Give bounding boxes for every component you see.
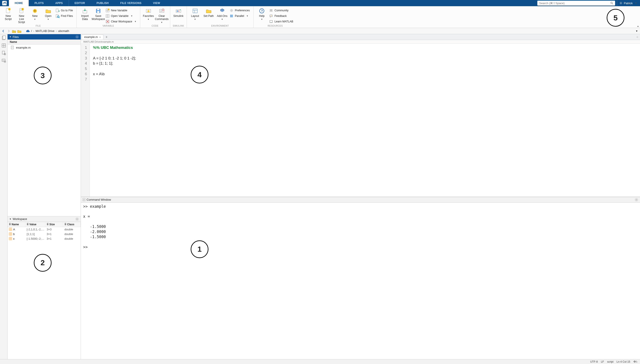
- new-button[interactable]: New▼: [29, 7, 41, 21]
- panel-title: Workspace: [13, 217, 27, 220]
- tab-apps[interactable]: APPS: [50, 0, 69, 6]
- status-filetype: script: [607, 360, 613, 363]
- workspace-row[interactable]: b[1;1;1]3×1double: [8, 232, 81, 236]
- files-panel: Name example.m 3: [8, 40, 81, 216]
- workspace-row[interactable]: A[-2,1,0;1,-2,…3×3double: [8, 227, 81, 232]
- search-input[interactable]: [539, 2, 610, 5]
- left-column: ▼ Files ○ Name example.m 3 ▼ Workspace ○…: [8, 34, 81, 359]
- ribbon-group-label: CODE: [140, 24, 170, 28]
- svg-rect-32: [177, 10, 178, 12]
- editor-code-area[interactable]: 1234567 %% UBC Mathematics A = [-2 1 0; …: [81, 44, 640, 197]
- save-workspace-button[interactable]: Save Workspace: [92, 7, 105, 21]
- addons-button[interactable]: Add-Ons▼: [216, 7, 229, 21]
- workspace-panel-header[interactable]: ▼ Workspace ○: [8, 216, 81, 222]
- sidebar-rail: >>: [0, 34, 8, 359]
- learn-matlab-button[interactable]: Learn MATLAB: [269, 19, 295, 24]
- ws-col-name[interactable]: ⠿ Name: [8, 222, 25, 227]
- command-window-header[interactable]: » Command Window ○: [81, 197, 640, 203]
- open-variable-button[interactable]: Open Variable▼: [105, 14, 138, 18]
- command-window-panel: » Command Window ○ >> example x = -1.500…: [81, 197, 640, 359]
- editor-tab[interactable]: example.m ×: [82, 34, 103, 40]
- path-dropdown-icon[interactable]: ▾: [635, 29, 639, 33]
- main-layout: >> ▼ Files ○ Name example.m 3 ▼ Workspac…: [0, 34, 640, 359]
- breadcrumb-seg[interactable]: MATLAB Drive: [36, 29, 55, 33]
- goto-file-button[interactable]: Go to File: [55, 8, 75, 13]
- forward-icon[interactable]: [7, 29, 11, 33]
- ribbon: New Script New Live Script New▼ Open▼ Go…: [0, 6, 640, 28]
- svg-point-43: [271, 10, 273, 11]
- ws-col-value[interactable]: ⠿ Value: [25, 222, 45, 227]
- workspace-panel: ▼ Workspace ○ ⠿ Name ⠿ Value ⠿ Size ⠿ Cl…: [8, 216, 81, 359]
- tab-plots[interactable]: PLOTS: [29, 0, 50, 6]
- help-button[interactable]: ?Help▼: [255, 7, 268, 21]
- code-lines[interactable]: %% UBC Mathematics A = [-2 1 0; 1 -2 1; …: [90, 44, 139, 197]
- up-folder-icon[interactable]: [12, 29, 16, 33]
- svg-point-36: [231, 10, 232, 11]
- ws-col-class[interactable]: ⠿ Class: [63, 222, 81, 227]
- clear-workspace-button[interactable]: Clear Workspace▼: [105, 19, 138, 24]
- svg-rect-33: [193, 9, 197, 13]
- close-icon[interactable]: ○: [75, 217, 79, 221]
- collapse-icon[interactable]: ▼: [9, 218, 11, 220]
- workspace-row[interactable]: x[-1.5000;-2;…3×1double: [8, 236, 81, 241]
- ws-col-size[interactable]: ⠿ Size: [45, 222, 63, 227]
- tab-publish[interactable]: PUBLISH: [91, 0, 115, 6]
- close-icon[interactable]: ○: [635, 198, 638, 202]
- open-button[interactable]: Open▼: [42, 7, 55, 21]
- favorites-button[interactable]: Favorites▼: [142, 7, 155, 21]
- new-tab-icon[interactable]: +: [103, 35, 110, 39]
- collapse-icon[interactable]: ▼: [9, 36, 11, 38]
- file-row[interactable]: example.m: [8, 44, 81, 50]
- community-button[interactable]: Community: [269, 8, 295, 13]
- user-name: Patrick: [624, 2, 633, 5]
- tab-file-versions[interactable]: FILE VERSIONS: [114, 0, 147, 6]
- browse-folder-icon[interactable]: [17, 29, 21, 33]
- find-files-button[interactable]: Find Files: [55, 14, 75, 18]
- rail-source-control-icon[interactable]: [1, 50, 6, 56]
- matlab-logo-icon[interactable]: [0, 0, 9, 6]
- ribbon-group-environment: Layout▼ Set Path Add-Ons▼ Preferences Pa…: [187, 6, 254, 28]
- editor-tabs: example.m × + ○: [81, 34, 640, 40]
- close-icon[interactable]: ×: [99, 36, 101, 39]
- back-icon[interactable]: [1, 29, 5, 33]
- toolstrip-tabs: HOME PLOTS APPS EDITOR PUBLISH FILE VERS…: [0, 0, 640, 6]
- ribbon-group-label: FILE: [0, 24, 76, 28]
- new-live-script-button[interactable]: New Live Script: [15, 7, 28, 24]
- status-eol[interactable]: LF: [601, 360, 604, 363]
- cmd-prompt-icon: »: [83, 198, 85, 201]
- simulink-button[interactable]: Simulink: [172, 7, 185, 18]
- svg-line-14: [59, 17, 60, 18]
- files-column-header[interactable]: Name: [8, 40, 81, 44]
- new-script-button[interactable]: New Script: [2, 7, 15, 21]
- preferences-button[interactable]: Preferences: [229, 8, 252, 13]
- new-variable-button[interactable]: New Variable: [105, 8, 138, 13]
- close-icon[interactable]: ○: [75, 35, 79, 38]
- tab-view[interactable]: VIEW: [147, 0, 166, 6]
- search-box[interactable]: [537, 1, 615, 6]
- command-window-body[interactable]: >> example x = -1.5000 -2.0000 -1.5000 >…: [81, 203, 640, 359]
- ribbon-collapse-icon[interactable]: ▲: [637, 25, 639, 27]
- panel-menu-icon[interactable]: ○: [636, 35, 638, 38]
- rail-files-icon[interactable]: [1, 36, 6, 40]
- set-path-button[interactable]: Set Path: [202, 7, 215, 18]
- tab-home[interactable]: HOME: [9, 0, 29, 6]
- tab-editor[interactable]: EDITOR: [69, 0, 91, 6]
- parallel-button[interactable]: Parallel▼: [229, 14, 252, 18]
- layout-button[interactable]: Layout▼: [189, 7, 201, 21]
- user-menu[interactable]: Patrick ▼: [617, 0, 640, 6]
- status-menu-icon[interactable]: �ხ: [633, 360, 637, 363]
- breadcrumb-root[interactable]: /: [31, 29, 32, 33]
- clear-commands-button[interactable]: >>Clear Commands▼: [155, 7, 168, 24]
- svg-text:>>: >>: [3, 60, 4, 61]
- breadcrumb-sep: ›: [56, 29, 57, 33]
- import-data-button[interactable]: Import Data: [78, 7, 91, 21]
- status-encoding[interactable]: UTF-8: [590, 360, 598, 363]
- rail-history-icon[interactable]: >>: [1, 58, 6, 63]
- files-panel-header[interactable]: ▼ Files ○: [8, 34, 81, 40]
- rail-workspace-icon[interactable]: [1, 43, 6, 48]
- cloud-icon[interactable]: [26, 29, 30, 33]
- breadcrumb-seg[interactable]: ubcmath: [58, 29, 69, 33]
- gear-icon: [619, 2, 622, 5]
- editor-panel: example.m × + ○ /MATLAB Drive/example.m …: [81, 34, 640, 197]
- feedback-button[interactable]: Feedback: [269, 14, 295, 18]
